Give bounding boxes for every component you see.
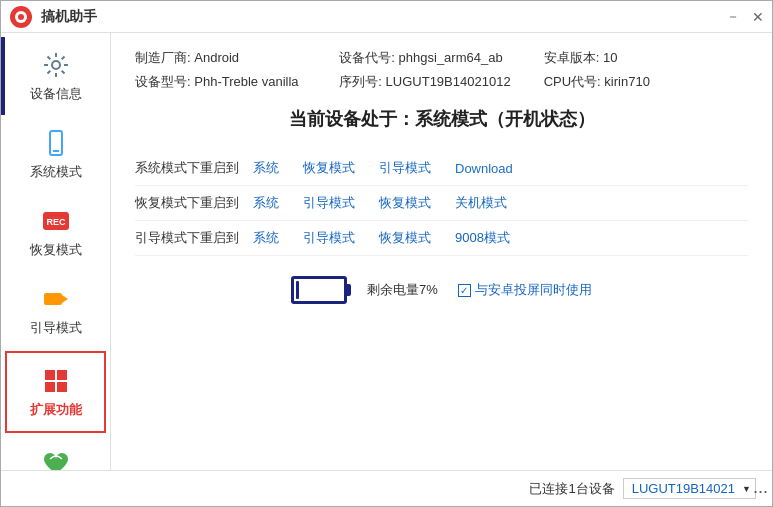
- device-model-value: Phh-Treble vanilla: [194, 74, 298, 89]
- svg-rect-8: [44, 293, 62, 305]
- device-selector[interactable]: LUGUT19B14021: [623, 478, 756, 499]
- more-icon[interactable]: ···: [753, 481, 768, 502]
- reboot-link-recovery-system[interactable]: 系统: [253, 194, 279, 212]
- manufacturer-value: Android: [194, 50, 239, 65]
- serial-item: 序列号: LUGUT19B14021012: [339, 73, 543, 91]
- serial-value: LUGUT19B14021012: [386, 74, 511, 89]
- app-window: 搞机助手 － ✕ 设备信息: [0, 0, 773, 507]
- svg-rect-10: [45, 370, 55, 380]
- titlebar: 搞机助手 － ✕: [1, 1, 772, 33]
- content-area: 制造厂商: Android 设备代号: phhgsi_arm64_ab 安卓版本…: [111, 33, 772, 470]
- svg-point-2: [18, 14, 24, 20]
- donate-icon: [40, 447, 72, 470]
- reboot-link-boot-recovery[interactable]: 恢复模式: [379, 229, 431, 247]
- connected-label: 已连接1台设备: [529, 480, 614, 498]
- reboot-link-system-download[interactable]: Download: [455, 161, 513, 176]
- titlebar-controls: － ✕: [726, 8, 764, 26]
- phone-icon: [40, 127, 72, 159]
- reboot-link-recovery-recovery[interactable]: 恢复模式: [379, 194, 431, 212]
- reboot-row-recovery: 恢复模式下重启到 系统 引导模式 恢复模式 关机模式: [135, 186, 748, 221]
- reboot-link-boot-9008[interactable]: 9008模式: [455, 229, 510, 247]
- reboot-link-boot-boot[interactable]: 引导模式: [303, 229, 355, 247]
- battery-option-label: 与安卓投屏同时使用: [475, 281, 592, 299]
- sidebar-label-boot-mode: 引导模式: [30, 319, 82, 337]
- titlebar-left: 搞机助手: [9, 5, 97, 29]
- cpu-label: CPU代号:: [544, 74, 601, 89]
- footer: 已连接1台设备 LUGUT19B14021 ···: [1, 470, 772, 506]
- reboot-label-boot: 引导模式下重启到: [135, 229, 245, 247]
- battery-checkbox[interactable]: ✓: [458, 284, 471, 297]
- reboot-link-recovery-boot[interactable]: 引导模式: [303, 194, 355, 212]
- sidebar-item-device-info[interactable]: 设备信息: [1, 37, 110, 115]
- battery-icon: [291, 276, 347, 304]
- manufacturer-item: 制造厂商: Android: [135, 49, 339, 67]
- gear-icon: [40, 49, 72, 81]
- reboot-row-boot: 引导模式下重启到 系统 引导模式 恢复模式 9008模式: [135, 221, 748, 256]
- cpu-value: kirin710: [604, 74, 650, 89]
- reboot-label-recovery: 恢复模式下重启到: [135, 194, 245, 212]
- cpu-item: CPU代号: kirin710: [544, 73, 748, 91]
- reboot-row-system: 系统模式下重启到 系统 恢复模式 引导模式 Download: [135, 151, 748, 186]
- boot-icon: [40, 283, 72, 315]
- svg-rect-13: [57, 382, 67, 392]
- sidebar-label-recovery-mode: 恢复模式: [30, 241, 82, 259]
- svg-text:REC: REC: [46, 217, 66, 227]
- active-indicator: [1, 37, 5, 115]
- sidebar-item-recovery-mode[interactable]: REC 恢复模式: [1, 193, 110, 271]
- sidebar-label-expand: 扩展功能: [30, 401, 82, 419]
- device-model-item: 设备型号: Phh-Treble vanilla: [135, 73, 339, 91]
- battery-fill: [296, 281, 299, 299]
- android-version-value: 10: [603, 50, 617, 65]
- svg-rect-12: [45, 382, 55, 392]
- sidebar-item-system-mode[interactable]: 系统模式: [1, 115, 110, 193]
- android-version-item: 安卓版本: 10: [544, 49, 748, 67]
- device-model-label: 设备型号:: [135, 74, 191, 89]
- battery-option[interactable]: ✓ 与安卓投屏同时使用: [458, 281, 592, 299]
- device-info-grid: 制造厂商: Android 设备代号: phhgsi_arm64_ab 安卓版本…: [135, 49, 748, 91]
- sidebar-label-system-mode: 系统模式: [30, 163, 82, 181]
- status-heading: 当前设备处于：系统模式（开机状态）: [135, 107, 748, 131]
- device-code-label: 设备代号:: [339, 50, 395, 65]
- svg-rect-11: [57, 370, 67, 380]
- sidebar-label-device-info: 设备信息: [30, 85, 82, 103]
- reboot-table: 系统模式下重启到 系统 恢复模式 引导模式 Download 恢复模式下重启到 …: [135, 151, 748, 256]
- sidebar-item-boot-mode[interactable]: 引导模式: [1, 271, 110, 349]
- svg-point-3: [52, 61, 60, 69]
- close-button[interactable]: ✕: [752, 9, 764, 25]
- serial-label: 序列号:: [339, 74, 382, 89]
- reboot-link-system-recovery[interactable]: 恢复模式: [303, 159, 355, 177]
- sidebar-item-expand[interactable]: 扩展功能: [5, 351, 106, 433]
- android-version-label: 安卓版本:: [544, 50, 600, 65]
- reboot-link-system-boot[interactable]: 引导模式: [379, 159, 431, 177]
- battery-body: [291, 276, 347, 304]
- reboot-link-boot-system[interactable]: 系统: [253, 229, 279, 247]
- grid-icon: [40, 365, 72, 397]
- sidebar: 设备信息 系统模式 REC: [1, 33, 111, 470]
- app-title: 搞机助手: [41, 8, 97, 26]
- sidebar-item-donate[interactable]: 捐赠支持: [1, 435, 110, 470]
- device-code-item: 设备代号: phhgsi_arm64_ab: [339, 49, 543, 67]
- device-code-value: phhgsi_arm64_ab: [399, 50, 503, 65]
- reboot-link-recovery-shutdown[interactable]: 关机模式: [455, 194, 507, 212]
- svg-marker-9: [62, 295, 68, 303]
- battery-section: 剩余电量7% ✓ 与安卓投屏同时使用: [135, 276, 748, 304]
- reboot-link-system-system[interactable]: 系统: [253, 159, 279, 177]
- app-logo: [9, 5, 33, 29]
- manufacturer-label: 制造厂商:: [135, 50, 191, 65]
- battery-text: 剩余电量7%: [367, 281, 438, 299]
- rec-icon: REC: [40, 205, 72, 237]
- main-area: 设备信息 系统模式 REC: [1, 33, 772, 470]
- reboot-label-system: 系统模式下重启到: [135, 159, 245, 177]
- minimize-button[interactable]: －: [726, 8, 740, 26]
- device-id: LUGUT19B14021: [632, 481, 735, 496]
